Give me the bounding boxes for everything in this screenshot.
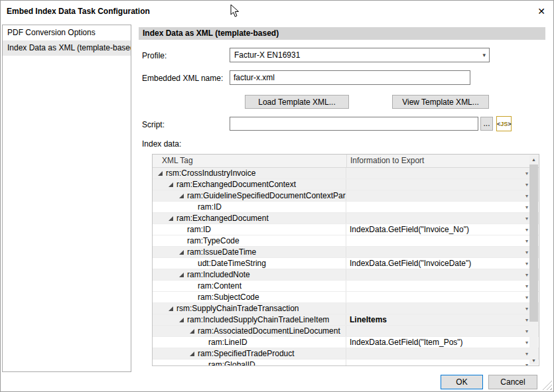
- dropdown-icon[interactable]: ▾: [525, 351, 528, 357]
- table-row[interactable]: ram:SubjectCode ▾: [153, 292, 539, 303]
- dropdown-icon[interactable]: ▾: [525, 249, 528, 255]
- chevron-down-icon[interactable]: ▾: [482, 48, 486, 62]
- xml-tag-cell: ram:AssociatedDocumentLineDocument: [153, 326, 346, 336]
- column-header-information-to-export: Information to Export: [346, 155, 530, 167]
- cancel-button[interactable]: Cancel: [488, 375, 537, 389]
- dropdown-icon[interactable]: ▾: [525, 204, 528, 210]
- expanded-node-icon[interactable]: [179, 194, 184, 198]
- close-icon[interactable]: ✕: [535, 5, 547, 17]
- profile-combobox[interactable]: Factur-X EN16931 ▾: [230, 48, 490, 62]
- expanded-node-icon[interactable]: [190, 352, 194, 356]
- dropdown-icon[interactable]: ▾: [525, 227, 528, 233]
- export-cell[interactable]: IndexData.GetField("Invoice_No") ▾: [346, 224, 530, 235]
- dropdown-icon[interactable]: ▾: [525, 306, 528, 312]
- sidebar-item-pdf-conversion-options[interactable]: PDF Conversion Options: [3, 25, 131, 40]
- dropdown-icon[interactable]: ▾: [525, 193, 528, 199]
- export-cell[interactable]: ▾: [346, 348, 530, 359]
- scrollbar-thumb[interactable]: [529, 164, 538, 322]
- table-scrollbar[interactable]: ▲ ▼: [529, 155, 538, 365]
- table-row[interactable]: ram:ID ▾: [153, 202, 539, 213]
- browse-button[interactable]: ...: [480, 117, 493, 131]
- xml-tag-label: ram:ID: [198, 202, 222, 212]
- expanded-node-icon[interactable]: [169, 182, 173, 187]
- dropdown-icon[interactable]: ▾: [525, 272, 528, 278]
- dropdown-icon[interactable]: ▾: [525, 283, 528, 289]
- xml-tag-cell: udt:DateTimeString: [153, 258, 346, 269]
- dropdown-icon[interactable]: ▾: [525, 294, 528, 300]
- xml-tag-label: ram:Content: [198, 281, 242, 291]
- expanded-node-icon[interactable]: [179, 318, 184, 322]
- expanded-node-icon[interactable]: [179, 250, 184, 255]
- table-row[interactable]: rsm:SupplyChainTradeTransaction ▾: [153, 303, 539, 314]
- export-cell[interactable]: ▾: [346, 359, 530, 365]
- expanded-node-icon[interactable]: [190, 329, 194, 334]
- expanded-node-icon[interactable]: [179, 273, 184, 277]
- export-cell[interactable]: ▾: [346, 179, 530, 190]
- profile-value: Factur-X EN16931: [234, 50, 300, 60]
- scroll-up-icon[interactable]: ▲: [529, 155, 538, 164]
- table-row[interactable]: ram:SpecifiedTradeProduct ▾: [153, 348, 539, 359]
- table-row[interactable]: ram:IncludedSupplyChainTradeLineItem Lin…: [153, 314, 539, 326]
- export-cell[interactable]: ▾: [346, 168, 530, 178]
- javascript-editor-icon[interactable]: <JS>: [496, 116, 512, 131]
- tree-indent: [153, 196, 179, 196]
- expanded-node-icon[interactable]: [169, 306, 173, 311]
- dropdown-icon[interactable]: ▾: [525, 362, 528, 365]
- export-cell[interactable]: ▾: [346, 303, 530, 314]
- resize-grip[interactable]: [542, 380, 552, 390]
- export-cell[interactable]: ▾: [346, 235, 530, 246]
- xml-tag-label: ram:IssueDateTime: [187, 247, 256, 257]
- export-cell[interactable]: IndexData.GetField("Item_Pos") ▾: [346, 337, 530, 348]
- table-row[interactable]: ram:IssueDateTime ▾: [153, 247, 539, 258]
- dropdown-icon[interactable]: ▾: [525, 340, 528, 346]
- index-data-table-body: rsm:CrossIndustryInvoice ▾ ram:Exchanged…: [153, 168, 539, 365]
- mouse-cursor: [230, 4, 240, 18]
- export-cell[interactable]: LineItems ▾: [346, 314, 530, 325]
- table-row[interactable]: ram:AssociatedDocumentLineDocument ▾: [153, 326, 539, 337]
- load-template-xml-button[interactable]: Load Template XML...: [245, 95, 349, 109]
- dropdown-icon[interactable]: ▾: [525, 238, 528, 244]
- dropdown-icon[interactable]: ▾: [525, 328, 528, 334]
- embedded-xml-name-input[interactable]: [230, 70, 470, 85]
- table-row[interactable]: ram:GuidelineSpecifiedDocumentContextPar…: [153, 190, 539, 202]
- ok-button[interactable]: OK: [441, 375, 483, 389]
- export-value: IndexData.GetField("InvoiceDate"): [350, 259, 471, 268]
- export-cell[interactable]: ▾: [346, 213, 530, 224]
- export-cell[interactable]: IndexData.GetField("InvoiceDate") ▾: [346, 258, 530, 269]
- index-data-label: Index data:: [142, 139, 181, 149]
- script-input[interactable]: [230, 117, 478, 131]
- profile-label: Profile:: [142, 51, 167, 60]
- table-row[interactable]: udt:DateTimeString IndexData.GetField("I…: [153, 258, 539, 269]
- sidebar-item-index-data-as-xml[interactable]: Index Data as XML (template-based): [3, 40, 131, 56]
- dropdown-icon[interactable]: ▾: [525, 216, 528, 222]
- export-cell[interactable]: ▾: [346, 269, 530, 280]
- xml-tag-cell: rsm:CrossIndustryInvoice: [153, 168, 346, 178]
- export-cell[interactable]: ▾: [346, 326, 530, 336]
- export-cell[interactable]: ▾: [346, 247, 530, 257]
- table-row[interactable]: ram:Content ▾: [153, 281, 539, 292]
- table-row[interactable]: ram:LineID IndexData.GetField("Item_Pos"…: [153, 337, 539, 348]
- export-cell[interactable]: ▾: [346, 292, 530, 302]
- view-template-xml-button[interactable]: View Template XML...: [392, 95, 489, 109]
- table-row[interactable]: ram:ID IndexData.GetField("Invoice_No") …: [153, 224, 539, 235]
- table-row[interactable]: ram:ExchangedDocumentContext ▾: [153, 179, 539, 190]
- dropdown-icon[interactable]: ▾: [525, 182, 528, 188]
- script-label: Script:: [142, 120, 165, 129]
- export-cell[interactable]: ▾: [346, 190, 530, 201]
- export-cell[interactable]: ▾: [346, 202, 530, 212]
- tree-indent: [153, 297, 190, 298]
- expanded-node-icon[interactable]: [169, 216, 173, 221]
- table-row[interactable]: ram:TypeCode ▾: [153, 235, 539, 247]
- table-row[interactable]: ram:IncludedNote ▾: [153, 269, 539, 281]
- expanded-node-icon[interactable]: [158, 171, 163, 176]
- dropdown-icon[interactable]: ▾: [525, 261, 528, 267]
- dropdown-icon[interactable]: ▾: [525, 170, 528, 176]
- tree-indent: [153, 184, 169, 185]
- export-cell[interactable]: ▾: [346, 281, 530, 291]
- xml-tag-cell: ram:ID: [153, 224, 346, 235]
- table-row[interactable]: rsm:CrossIndustryInvoice ▾: [153, 168, 539, 179]
- table-row[interactable]: ram:GlobalID ▾: [153, 359, 539, 365]
- dropdown-icon[interactable]: ▾: [525, 317, 528, 323]
- table-row[interactable]: ram:ExchangedDocument ▾: [153, 213, 539, 224]
- scroll-down-icon[interactable]: ▼: [529, 356, 538, 365]
